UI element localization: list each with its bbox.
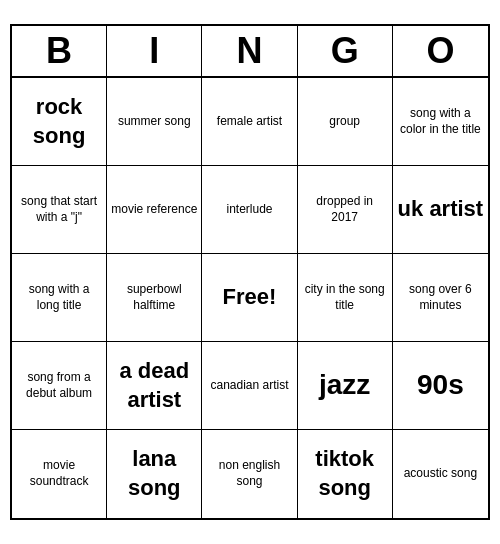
- bingo-cell: song from a debut album: [12, 342, 107, 430]
- bingo-cell: rock song: [12, 78, 107, 166]
- bingo-cell: interlude: [202, 166, 297, 254]
- bingo-cell: movie soundtrack: [12, 430, 107, 518]
- bingo-cell: female artist: [202, 78, 297, 166]
- header-letter: B: [12, 26, 107, 76]
- bingo-cell: summer song: [107, 78, 202, 166]
- bingo-cell: 90s: [393, 342, 488, 430]
- bingo-cell: city in the song title: [298, 254, 393, 342]
- bingo-cell: Free!: [202, 254, 297, 342]
- bingo-cell: song over 6 minutes: [393, 254, 488, 342]
- bingo-cell: song with a color in the title: [393, 78, 488, 166]
- bingo-cell: uk artist: [393, 166, 488, 254]
- bingo-cell: dropped in 2017: [298, 166, 393, 254]
- bingo-cell: superbowl halftime: [107, 254, 202, 342]
- header-letter: O: [393, 26, 488, 76]
- header-letter: N: [202, 26, 297, 76]
- bingo-cell: jazz: [298, 342, 393, 430]
- bingo-cell: song with a long title: [12, 254, 107, 342]
- bingo-cell: song that start with a "j": [12, 166, 107, 254]
- bingo-cell: tiktok song: [298, 430, 393, 518]
- bingo-cell: canadian artist: [202, 342, 297, 430]
- bingo-cell: a dead artist: [107, 342, 202, 430]
- header-letter: I: [107, 26, 202, 76]
- bingo-cell: non english song: [202, 430, 297, 518]
- bingo-grid: rock songsummer songfemale artistgroupso…: [12, 78, 488, 518]
- bingo-header: BINGO: [12, 26, 488, 78]
- bingo-cell: acoustic song: [393, 430, 488, 518]
- bingo-cell: lana song: [107, 430, 202, 518]
- header-letter: G: [298, 26, 393, 76]
- bingo-card: BINGO rock songsummer songfemale artistg…: [10, 24, 490, 520]
- bingo-cell: movie reference: [107, 166, 202, 254]
- bingo-cell: group: [298, 78, 393, 166]
